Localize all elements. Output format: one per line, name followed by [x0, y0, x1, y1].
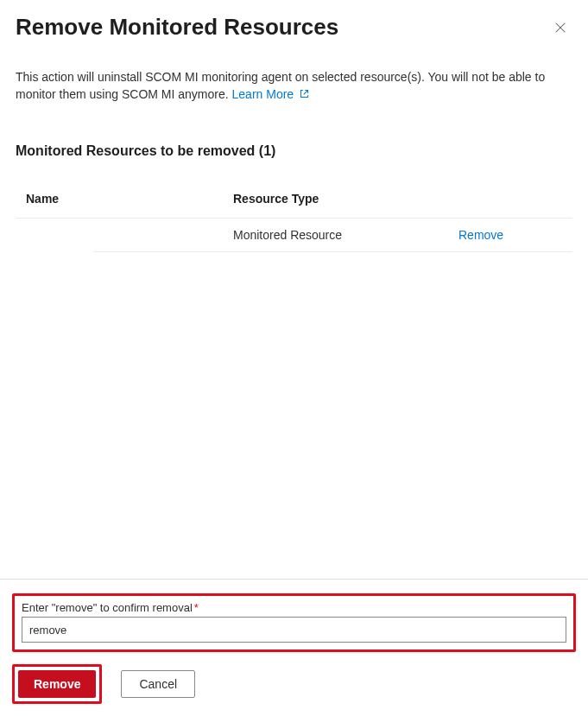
- row-remove-link[interactable]: Remove: [458, 228, 562, 242]
- table-header-row: Name Resource Type: [16, 181, 572, 219]
- confirm-input[interactable]: [22, 617, 566, 643]
- panel-title: Remove Monitored Resources: [16, 14, 338, 41]
- remove-button[interactable]: Remove: [18, 670, 96, 698]
- action-buttons: Remove Cancel: [12, 664, 576, 704]
- cell-type: Monitored Resource: [233, 228, 458, 242]
- resources-table: Name Resource Type Monitored Resource Re…: [16, 181, 572, 252]
- section-title: Monitored Resources to be removed (1): [16, 143, 572, 159]
- external-link-icon: [299, 88, 310, 99]
- description-text: This action will uninstall SCOM MI monit…: [16, 68, 572, 104]
- table-body: Monitored Resource Remove: [93, 219, 572, 252]
- required-indicator: *: [194, 601, 199, 614]
- primary-button-highlight: Remove: [12, 664, 102, 704]
- close-button[interactable]: [550, 17, 571, 38]
- confirm-label-text: Enter "remove" to confirm removal: [22, 601, 193, 614]
- confirm-label: Enter "remove" to confirm removal*: [22, 601, 566, 614]
- column-header-type: Resource Type: [233, 192, 458, 206]
- panel-footer: Enter "remove" to confirm removal* Remov…: [0, 579, 588, 716]
- table-row: Monitored Resource Remove: [93, 219, 572, 251]
- learn-more-link[interactable]: Learn More: [232, 87, 310, 101]
- close-icon: [554, 22, 566, 34]
- confirm-section: Enter "remove" to confirm removal*: [12, 593, 576, 652]
- column-header-name: Name: [26, 192, 233, 206]
- panel-body: This action will uninstall SCOM MI monit…: [0, 44, 588, 252]
- learn-more-label: Learn More: [232, 87, 294, 101]
- cancel-button[interactable]: Cancel: [121, 670, 195, 698]
- panel-header: Remove Monitored Resources: [0, 0, 588, 44]
- remove-resources-panel: Remove Monitored Resources This action w…: [0, 0, 588, 716]
